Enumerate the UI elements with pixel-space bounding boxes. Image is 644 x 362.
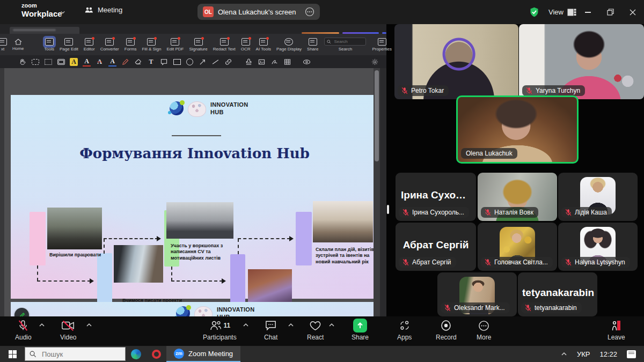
flow-bar-purple2 [296, 212, 312, 265]
circle-shape-icon [186, 58, 194, 66]
record-button[interactable]: Record [436, 319, 457, 341]
pdf-window-edge [0, 68, 4, 316]
ellipsis-menu-icon[interactable] [305, 7, 314, 17]
share-label: Share [352, 334, 369, 341]
participant-name: Наталія Вовк [494, 209, 533, 216]
stamp-icon [245, 58, 253, 66]
video-tile-holovchak[interactable]: Головчак Світла... [478, 223, 557, 271]
react-options-caret[interactable] [328, 322, 335, 328]
video-tile-halyna[interactable]: Halyna Lytsyshyn [558, 223, 638, 271]
signature-icon [194, 38, 203, 46]
muted-mic-icon [484, 209, 492, 216]
apps-button[interactable]: Apps [397, 319, 412, 341]
chat-options-caret[interactable] [288, 322, 294, 328]
pdf-document-tab [10, 27, 79, 34]
video-tile-nataliia[interactable]: Наталія Вовк [478, 173, 557, 221]
view-button-label[interactable]: View [548, 8, 564, 16]
pdf-tool-row: A A A A T [0, 55, 386, 68]
video-tile-tetyana[interactable]: tetyanakarabin tetyanakarabin [518, 272, 597, 316]
apps-icon [399, 320, 411, 331]
muted-mic-icon [565, 258, 572, 266]
tools-icon [45, 38, 54, 46]
logo-text-line2: HUB [210, 109, 248, 116]
taskbar-search[interactable] [25, 347, 126, 361]
notification-center-icon[interactable] [622, 346, 641, 362]
chat-button[interactable]: Chat [264, 319, 277, 341]
heart-icon [309, 320, 321, 331]
windows-taskbar: zm Zoom Meeting УКР 12:22 [0, 346, 644, 362]
start-button[interactable] [0, 346, 25, 362]
signature-pen-icon [270, 58, 279, 66]
participants-options-caret[interactable] [243, 322, 249, 328]
zoom-workplace-logo: zoom Workplace [21, 3, 62, 18]
muted-mic-icon [444, 304, 451, 312]
shared-screen-pill[interactable]: OL Olena Lukachuk's screen [197, 4, 320, 20]
audio-button[interactable]: Audio [15, 319, 32, 341]
slide-page-1: INNOVATION HUB Формування Innovation Hub [11, 95, 378, 299]
participant-name: Petro Tokar [411, 87, 444, 94]
audio-label: Audio [15, 334, 32, 341]
video-tile-yaryna[interactable]: Yaryna Turchyn [519, 24, 644, 99]
view-layout-icon[interactable] [567, 9, 576, 16]
participant-display-name: Ірина Сухорол... [396, 189, 476, 201]
taskbar-zoom-task[interactable]: zm Zoom Meeting [166, 346, 240, 362]
participants-button[interactable]: 11 Participants [203, 319, 237, 341]
people-icon [84, 6, 93, 14]
photo-workshop [166, 202, 233, 239]
flow-connector [238, 239, 239, 254]
logo-underline [172, 135, 221, 136]
arrow-shape-icon [199, 58, 207, 66]
react-button[interactable]: React [307, 319, 324, 341]
underline-text-icon: A [83, 57, 91, 67]
flow-connector [171, 267, 172, 281]
converter-icon [105, 38, 114, 46]
meeting-tab-label: Meeting [98, 6, 122, 14]
pdf-tab-ai-tools: AI Tools [253, 34, 274, 55]
view-eye-icon [303, 58, 311, 66]
video-tile-lidiia[interactable]: Лідія Каша [558, 173, 638, 221]
panel-divider-grip[interactable] [387, 205, 389, 214]
video-tile-petro[interactable]: Petro Tokar [394, 24, 518, 99]
maximize-button[interactable] [599, 0, 621, 24]
video-tile-iryna[interactable]: Ірина Сухорол... Ірина Сухороль... [396, 173, 476, 221]
tab-meeting[interactable]: Meeting [84, 6, 122, 14]
task-label: Zoom Meeting [188, 350, 233, 358]
pdf-tab-redact: Redact Text [210, 34, 238, 55]
flow-bar-purple1 [230, 254, 245, 308]
home-icon [14, 39, 22, 45]
video-tile-oleksandr[interactable]: Oleksandr Mark... [437, 272, 517, 316]
video-tile-olena-active-speaker[interactable]: Olena Lukachuk [456, 95, 579, 164]
tray-language[interactable]: УКР [572, 346, 595, 362]
more-button[interactable]: More [477, 319, 491, 341]
video-options-caret[interactable] [86, 322, 92, 328]
flow-caption-3: Участь у воркшопах з написання CV та мот… [171, 243, 229, 261]
edge-browser-icon[interactable] [126, 346, 146, 362]
video-button[interactable]: Video [60, 319, 76, 341]
share-button[interactable]: Share [352, 319, 369, 341]
close-button[interactable] [621, 0, 644, 24]
eraser-tool-icon [134, 58, 142, 66]
tray-show-hidden-icons[interactable] [556, 346, 572, 362]
flow-connector [37, 280, 91, 282]
chevron-down-icon[interactable] [60, 10, 65, 15]
video-tile-abrat[interactable]: Абрат Сергій Абрат Сергій [396, 223, 476, 271]
highlight-text-icon: A [70, 58, 78, 66]
audio-options-caret[interactable] [39, 322, 45, 328]
share-screen-icon [353, 319, 367, 333]
opera-browser-icon[interactable] [146, 346, 166, 362]
participants-panel: Petro Tokar Yaryna Turchyn Olena Lukachu… [394, 24, 644, 316]
security-shield-icon[interactable] [529, 6, 540, 18]
pdf-properties: Properties [369, 34, 394, 55]
participant-name: Olena Lukachuk [466, 150, 513, 157]
participants-label: Participants [203, 334, 237, 341]
muted-mic-icon [565, 209, 572, 216]
leave-icon [610, 319, 623, 332]
apps-label: Apps [397, 334, 412, 341]
taskbar-search-input[interactable] [41, 350, 121, 359]
minimize-button[interactable] [576, 0, 599, 24]
tray-clock[interactable]: 12:22 [595, 346, 622, 362]
participant-name: tetyanakarabin [535, 304, 577, 312]
zoom-app-icon: zm [174, 349, 184, 359]
pdf-tab-converter: Converter [98, 34, 122, 55]
leave-button[interactable]: Leave [608, 319, 625, 341]
